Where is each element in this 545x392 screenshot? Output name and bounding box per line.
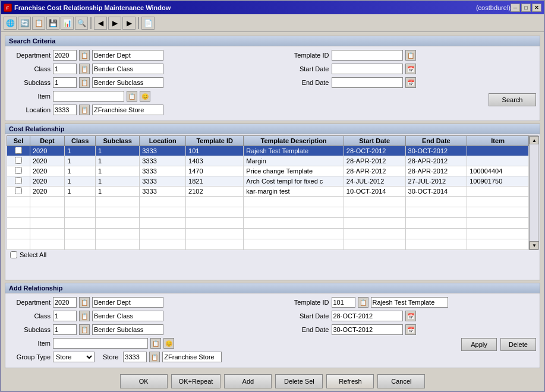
class-name-input[interactable]: [92, 64, 163, 74]
start-date-calendar-icon[interactable]: 📅: [405, 64, 416, 74]
next-icon-btn[interactable]: ▶: [108, 17, 121, 30]
table-row[interactable]: 20201133331470Price change Template28-AP…: [7, 166, 529, 176]
chart-icon-btn[interactable]: 📊: [61, 17, 74, 30]
play-icon-btn[interactable]: ▶: [122, 17, 136, 30]
table-row[interactable]: 2020113333101Rajesh Test Template28-OCT-…: [7, 146, 529, 156]
col-location: Location: [140, 136, 186, 146]
subclass-lookup-icon[interactable]: 📋: [79, 77, 90, 88]
location-input[interactable]: [53, 105, 77, 115]
row-checkbox[interactable]: [15, 147, 22, 154]
add-class-input[interactable]: [53, 311, 77, 321]
add-group-type-select[interactable]: Store: [53, 352, 94, 362]
add-template-lookup-icon[interactable]: 📋: [358, 297, 368, 308]
table-scrollbar[interactable]: ▲ ▼: [529, 135, 538, 250]
dept-name-input[interactable]: [92, 50, 163, 61]
table-row[interactable]: 20201133332102kar-margin test10-OCT-2014…: [7, 186, 529, 197]
add-store-name-input[interactable]: [162, 352, 222, 362]
save-icon-btn[interactable]: 💾: [46, 17, 59, 30]
delete-button[interactable]: Delete: [500, 338, 536, 351]
add-item-search-icon[interactable]: 😊: [163, 338, 174, 349]
window-controls: ─ □ ✕: [511, 4, 541, 12]
add-class-lookup-icon[interactable]: 📋: [79, 311, 90, 321]
minimize-button[interactable]: ─: [511, 4, 520, 12]
row-checkbox[interactable]: [15, 157, 22, 164]
doc-icon-btn[interactable]: 📄: [141, 17, 155, 30]
table-row[interactable]: 20201133331821Arch Cost templ for fixed …: [7, 176, 529, 186]
item-input[interactable]: [53, 91, 124, 102]
dept-lookup-icon[interactable]: 📋: [79, 50, 90, 61]
refresh-icon-btn[interactable]: 🔄: [18, 17, 31, 30]
class-lookup-icon[interactable]: 📋: [79, 64, 90, 74]
search-button[interactable]: Search: [489, 93, 536, 106]
add-start-date-input[interactable]: [332, 311, 403, 321]
class-input[interactable]: [53, 64, 77, 74]
item-search-icon[interactable]: 😊: [140, 91, 150, 102]
dept-input[interactable]: [53, 50, 77, 61]
item-lookup-icon[interactable]: 📋: [127, 91, 137, 102]
bottom-button-bar: OK OK+Repeat Add Delete Sel Refresh Canc…: [1, 372, 544, 391]
add-store-input[interactable]: [123, 352, 147, 362]
start-date-input[interactable]: [332, 64, 403, 74]
add-item-lookup-icon[interactable]: 📋: [150, 338, 161, 349]
subclass-label: Subclass: [9, 79, 51, 86]
add-button[interactable]: Add: [224, 374, 272, 388]
add-subclass-name-input[interactable]: [92, 324, 163, 335]
end-date-calendar-icon[interactable]: 📅: [405, 77, 416, 88]
row-checkbox[interactable]: [15, 167, 22, 174]
cell-item: [467, 146, 529, 156]
end-date-input[interactable]: [332, 77, 403, 88]
location-name-input[interactable]: [92, 105, 163, 115]
cell-class: 1: [65, 156, 96, 166]
add-store-lookup-icon[interactable]: 📋: [149, 352, 160, 362]
add-template-name-input[interactable]: [371, 297, 448, 308]
col-subclass: Subclass: [96, 136, 140, 146]
cost-relationship-table: Sel Dept Class Subclass Location Templat…: [7, 135, 529, 250]
add-right-col: Template ID 📋 Start Date 📅 End Date 📅: [279, 297, 537, 364]
search-icon-btn[interactable]: 🔍: [75, 17, 88, 30]
add-end-date-calendar-icon[interactable]: 📅: [405, 324, 416, 335]
subclass-name-input[interactable]: [92, 77, 163, 88]
add-dept-lookup-icon[interactable]: 📋: [79, 297, 90, 308]
add-subclass-input[interactable]: [53, 324, 77, 335]
clipboard-icon-btn[interactable]: 📋: [32, 17, 45, 30]
cell-start_date: 24-JUL-2012: [344, 176, 405, 186]
add-start-date-label: Start Date: [279, 312, 329, 320]
scroll-down-btn[interactable]: ▼: [530, 241, 539, 249]
add-dept-name-input[interactable]: [92, 297, 163, 308]
ok-repeat-button[interactable]: OK+Repeat: [171, 374, 221, 388]
add-subclass-lookup-icon[interactable]: 📋: [79, 324, 90, 335]
table-row[interactable]: 20201133331403Margin28-APR-201228-APR-20…: [7, 156, 529, 166]
refresh-button[interactable]: Refresh: [326, 374, 374, 388]
cell-description: Price change Template: [244, 166, 344, 176]
store-label: Store: [103, 353, 118, 361]
row-checkbox[interactable]: [15, 177, 22, 184]
add-action-btn-row: Apply Delete: [279, 338, 537, 351]
scroll-up-btn[interactable]: ▲: [530, 136, 539, 144]
add-dept-input[interactable]: [53, 297, 77, 308]
add-start-date-calendar-icon[interactable]: 📅: [405, 311, 416, 321]
row-checkbox[interactable]: [15, 187, 22, 194]
ok-button[interactable]: OK: [120, 374, 168, 388]
maximize-button[interactable]: □: [521, 4, 531, 12]
search-btn-row: Search: [279, 93, 537, 106]
add-dept-row: Department 📋: [9, 297, 267, 308]
apply-button[interactable]: Apply: [461, 338, 497, 351]
location-lookup-icon[interactable]: 📋: [79, 105, 90, 115]
globe-icon-btn[interactable]: 🌐: [4, 17, 17, 30]
cell-item: 100004404: [467, 166, 529, 176]
table-scroll-area[interactable]: Sel Dept Class Subclass Location Templat…: [7, 135, 529, 250]
add-class-name-input[interactable]: [92, 311, 163, 321]
delete-sel-button[interactable]: Delete Sel: [275, 374, 323, 388]
add-item-input[interactable]: [53, 338, 148, 349]
add-template-id-input[interactable]: [332, 297, 355, 308]
subclass-input[interactable]: [53, 77, 77, 88]
cancel-button[interactable]: Cancel: [377, 374, 425, 388]
cell-description: kar-margin test: [244, 186, 344, 197]
select-all-checkbox[interactable]: [10, 251, 17, 258]
template-id-lookup-icon[interactable]: 📋: [405, 50, 416, 61]
template-id-input[interactable]: [332, 50, 403, 61]
close-button[interactable]: ✕: [532, 4, 541, 12]
prev-icon-btn[interactable]: ◀: [94, 17, 107, 30]
add-end-date-input[interactable]: [332, 324, 403, 335]
toolbar: 🌐 🔄 📋 💾 📊 🔍 ◀ ▶ ▶ 📄: [1, 14, 544, 32]
